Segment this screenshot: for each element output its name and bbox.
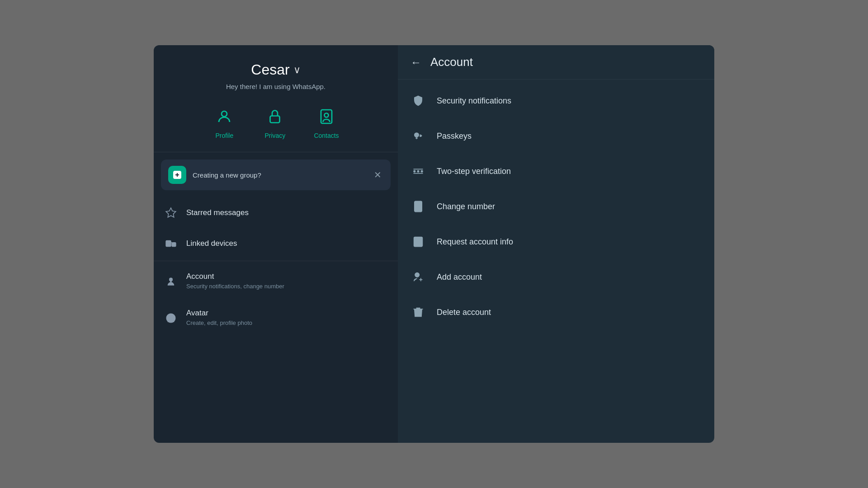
starred-messages-text: Starred messages [186,208,249,217]
svg-rect-8 [172,243,176,247]
linked-devices-title: Linked devices [186,239,237,248]
svg-rect-7 [166,241,171,247]
avatar-title: Avatar [186,309,252,318]
contacts-icon [315,105,338,128]
svg-point-3 [325,113,329,117]
icon-row: Profile Privacy [212,105,339,139]
account-item[interactable]: Account Security notifications, change n… [154,263,398,300]
add-account-item[interactable]: Add account [398,259,714,295]
account-title: Account [186,272,284,281]
avatar-subtitle: Create, edit, profile photo [186,319,252,327]
add-account-label: Add account [437,272,482,282]
two-step-icon [410,164,426,179]
svg-point-10 [170,278,173,281]
starred-messages-item[interactable]: Starred messages [154,197,398,228]
add-account-icon [410,269,426,285]
shield-icon [410,93,426,108]
account-page-title: Account [430,55,473,69]
settings-list: Security notifications Passkeys [398,80,714,443]
change-number-icon [410,199,426,214]
chevron-down-icon[interactable]: ∨ [293,64,301,76]
privacy-label: Privacy [264,132,285,139]
request-account-info-label: Request account info [437,237,513,247]
svg-rect-1 [270,116,280,123]
svg-point-13 [170,315,173,318]
two-step-verification-label: Two-step verification [437,167,511,176]
avatar-icon [165,312,177,324]
menu-list: Starred messages Linked devices [154,194,398,340]
svg-point-14 [415,133,419,137]
request-info-icon [410,234,426,249]
svg-point-0 [222,111,227,117]
notification-banner: Creating a new group? ✕ [161,160,391,190]
linked-devices-icon [165,237,177,250]
svg-point-17 [414,170,415,172]
menu-divider [154,261,398,261]
security-notifications-label: Security notifications [437,96,511,106]
passkeys-label: Passkeys [437,131,472,141]
contacts-icon-item[interactable]: Contacts [314,105,339,139]
starred-messages-title: Starred messages [186,208,249,217]
right-header: ← Account [398,45,714,80]
passkeys-icon [410,128,426,144]
privacy-icon-item[interactable]: Privacy [263,105,287,139]
privacy-icon [263,105,287,128]
profile-name[interactable]: Cesar ∨ [251,61,300,78]
account-icon [165,275,177,288]
trash-icon [410,305,426,320]
profile-status: Hey there! I am using WhatsApp. [226,83,326,90]
delete-account-label: Delete account [437,308,491,317]
account-subtitle: Security notifications, change number [186,282,284,291]
account-text: Account Security notifications, change n… [186,272,284,291]
svg-point-18 [417,170,419,172]
svg-point-19 [421,170,423,172]
linked-devices-item[interactable]: Linked devices [154,228,398,259]
request-account-info-item[interactable]: Request account info [398,224,714,259]
left-panel: Cesar ∨ Hey there! I am using WhatsApp. … [154,45,398,443]
security-notifications-item[interactable]: Security notifications [398,83,714,118]
username-label: Cesar [251,61,289,78]
change-number-label: Change number [437,202,495,211]
linked-devices-text: Linked devices [186,239,237,248]
avatar-item[interactable]: Avatar Create, edit, profile photo [154,300,398,336]
profile-icon-item[interactable]: Profile [212,105,236,139]
svg-rect-22 [415,201,422,211]
notification-text: Creating a new group? [193,171,366,179]
right-panel: ← Account Security notifications [398,45,714,443]
back-arrow-icon[interactable]: ← [410,57,421,68]
notification-group-icon [168,166,186,184]
svg-point-27 [415,273,419,277]
contacts-label: Contacts [314,132,339,139]
star-icon [165,206,177,219]
avatar-text: Avatar Create, edit, profile photo [186,309,252,327]
svg-point-11 [170,281,171,282]
change-number-item[interactable]: Change number [398,189,714,224]
delete-account-item[interactable]: Delete account [398,295,714,330]
two-step-verification-item[interactable]: Two-step verification [398,154,714,189]
passkeys-item[interactable]: Passkeys [398,118,714,154]
profile-icon [212,105,236,128]
profile-label: Profile [216,132,234,139]
profile-section: Cesar ∨ Hey there! I am using WhatsApp. … [154,45,398,152]
close-icon[interactable]: ✕ [372,168,383,182]
